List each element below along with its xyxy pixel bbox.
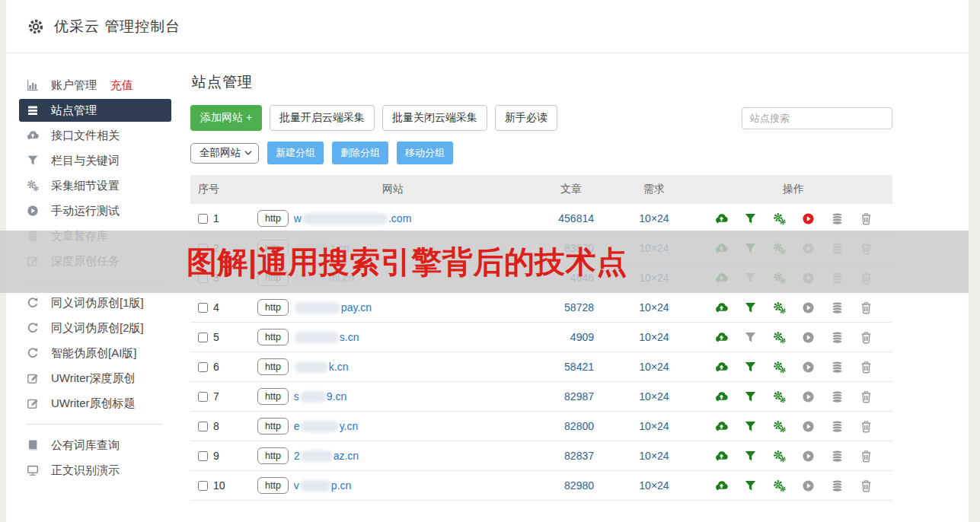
gears-action-icon[interactable]	[773, 361, 786, 374]
sidebar-item-sites[interactable]: 站点管理	[19, 99, 171, 122]
articles-count[interactable]: 82837	[564, 450, 594, 462]
http-chip[interactable]: http	[257, 299, 289, 316]
trash-action-icon[interactable]	[860, 331, 873, 344]
database-action-icon[interactable]	[831, 331, 844, 344]
http-chip[interactable]: http	[257, 388, 289, 405]
cloud-action-icon[interactable]	[715, 390, 728, 403]
recharge-link[interactable]: 充值	[110, 78, 133, 93]
database-action-icon[interactable]	[831, 390, 844, 403]
play-action-icon[interactable]	[802, 420, 815, 433]
play-action-icon[interactable]	[802, 479, 815, 492]
filter-action-icon[interactable]	[744, 301, 757, 314]
delete-group-button[interactable]: 删除分组	[332, 142, 388, 164]
demand-value[interactable]: 10×24	[639, 420, 669, 432]
site-domain[interactable]: ey.cn	[294, 420, 358, 432]
site-domain[interactable]: 2az.cn	[294, 450, 359, 462]
http-chip[interactable]: http	[257, 447, 289, 464]
filter-action-icon[interactable]	[744, 361, 757, 374]
demand-value[interactable]: 10×24	[639, 301, 669, 314]
articles-count[interactable]: 82800	[564, 420, 594, 432]
gears-action-icon[interactable]	[773, 420, 786, 433]
filter-action-icon[interactable]	[744, 212, 757, 225]
row-checkbox[interactable]	[198, 422, 208, 431]
trash-action-icon[interactable]	[860, 212, 873, 225]
cloud-action-icon[interactable]	[715, 361, 728, 374]
trash-action-icon[interactable]	[860, 390, 873, 403]
http-chip[interactable]: http	[257, 477, 289, 494]
play-action-icon[interactable]	[802, 301, 815, 314]
gears-action-icon[interactable]	[773, 479, 786, 492]
sidebar-item-account[interactable]: 账户管理充值	[19, 74, 171, 97]
database-action-icon[interactable]	[831, 301, 844, 314]
add-site-button[interactable]: 添加网站 +	[190, 105, 262, 131]
http-chip[interactable]: http	[257, 210, 289, 227]
sidebar-item-uwriter-title[interactable]: UWriter原创标题	[19, 392, 171, 415]
play-action-icon[interactable]	[802, 390, 815, 403]
site-search-input[interactable]	[742, 107, 892, 129]
demand-value[interactable]: 10×24	[639, 479, 669, 492]
demand-value[interactable]: 10×24	[639, 450, 669, 462]
sidebar-item-smart-rewrite-ai[interactable]: 智能伪原创[AI版]	[19, 342, 171, 364]
site-domain[interactable]: s9.cn	[294, 390, 346, 403]
articles-count[interactable]: 82980	[564, 479, 594, 492]
sidebar-item-synonym-rewrite-v2[interactable]: 同义词伪原创[2版]	[19, 317, 171, 339]
batch-open-button[interactable]: 批量开启云端采集	[270, 105, 375, 131]
cloud-action-icon[interactable]	[715, 212, 728, 225]
sidebar-item-content-recognition[interactable]: 正文识别演示	[19, 459, 171, 482]
sidebar-item-collect-settings[interactable]: 采集细节设置	[19, 174, 171, 197]
demand-value[interactable]: 10×24	[639, 331, 669, 343]
row-checkbox[interactable]	[198, 303, 208, 313]
site-domain[interactable]: w.com	[294, 212, 411, 224]
site-domain[interactable]: vp.cn	[294, 479, 351, 492]
row-checkbox[interactable]	[198, 362, 208, 372]
row-checkbox[interactable]	[198, 451, 208, 461]
trash-action-icon[interactable]	[860, 479, 873, 492]
cloud-action-icon[interactable]	[715, 420, 728, 433]
database-action-icon[interactable]	[831, 450, 844, 463]
filter-action-icon[interactable]	[744, 420, 757, 433]
site-domain[interactable]: k.cn	[294, 361, 349, 373]
database-action-icon[interactable]	[831, 361, 844, 374]
cloud-action-icon[interactable]	[715, 479, 728, 492]
trash-action-icon[interactable]	[860, 450, 873, 463]
newbie-guide-button[interactable]: 新手必读	[495, 105, 557, 131]
site-domain[interactable]: pay.cn	[294, 301, 372, 314]
play-action-icon[interactable]	[802, 331, 815, 344]
gears-action-icon[interactable]	[773, 390, 786, 403]
http-chip[interactable]: http	[257, 358, 289, 375]
batch-close-button[interactable]: 批量关闭云端采集	[382, 105, 487, 131]
database-action-icon[interactable]	[831, 212, 844, 225]
demand-value[interactable]: 10×24	[639, 212, 669, 224]
play-action-icon[interactable]	[802, 361, 815, 374]
trash-action-icon[interactable]	[860, 301, 873, 314]
articles-count[interactable]: 58728	[564, 301, 594, 314]
filter-action-icon[interactable]	[744, 450, 757, 463]
sidebar-item-uwriter-deep[interactable]: UWriter深度原创	[19, 367, 171, 390]
cloud-action-icon[interactable]	[715, 450, 728, 463]
move-group-button[interactable]: 移动分组	[397, 142, 453, 164]
filter-action-icon[interactable]	[744, 479, 757, 492]
articles-count[interactable]: 58421	[564, 361, 594, 373]
cloud-action-icon[interactable]	[715, 301, 728, 314]
filter-action-icon[interactable]	[744, 390, 757, 403]
sidebar-item-manual-run-test[interactable]: 手动运行测试	[19, 199, 171, 222]
new-group-button[interactable]: 新建分组	[267, 142, 324, 164]
row-checkbox[interactable]	[198, 481, 208, 491]
gears-action-icon[interactable]	[773, 212, 786, 225]
filter-action-icon[interactable]	[744, 331, 757, 344]
gears-action-icon[interactable]	[773, 450, 786, 463]
sidebar-item-synonym-rewrite-v1[interactable]: 同义词伪原创[1版]	[19, 291, 171, 314]
site-domain[interactable]: s.cn	[294, 331, 359, 343]
database-action-icon[interactable]	[831, 420, 844, 433]
http-chip[interactable]: http	[257, 418, 289, 434]
row-checkbox[interactable]	[198, 333, 208, 342]
sidebar-item-public-thesaurus[interactable]: 公有词库查询	[19, 434, 171, 457]
gears-action-icon[interactable]	[773, 331, 786, 344]
sidebar-item-columns-keywords[interactable]: 栏目与关键词	[19, 149, 171, 172]
http-chip[interactable]: http	[257, 329, 289, 345]
play-action-icon[interactable]	[802, 450, 815, 463]
gears-action-icon[interactable]	[773, 301, 786, 314]
sidebar-item-interface-files[interactable]: 接口文件相关	[19, 124, 171, 147]
row-checkbox[interactable]	[198, 214, 208, 224]
group-filter-select[interactable]: 全部网站	[190, 143, 259, 164]
